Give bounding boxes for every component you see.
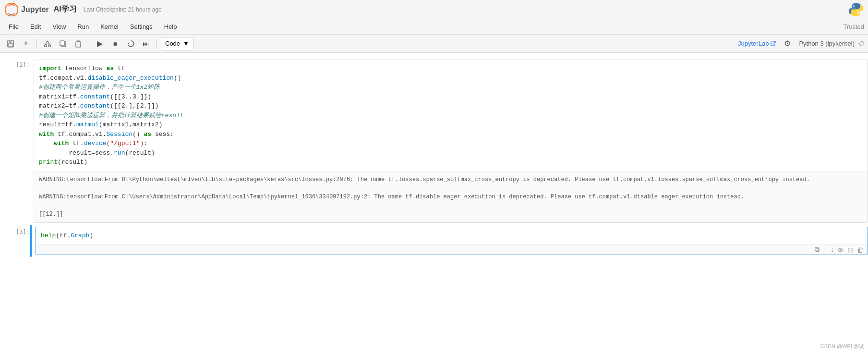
cell-3-input[interactable]: help(tf.Graph) (36, 227, 868, 244)
svg-point-2 (857, 12, 859, 14)
python-logo (849, 2, 863, 17)
active-cell-indicator (30, 225, 32, 257)
output-copy-button[interactable]: ⧉ (815, 245, 820, 254)
svg-point-7 (48, 44, 51, 47)
save-button[interactable] (4, 37, 17, 50)
menu-bar: File Edit View Run Kernel Settings Help … (0, 19, 868, 35)
toolbar: + ▶ ■ ⏭ Code ▼ JupyterL (0, 35, 868, 53)
svg-line-8 (46, 41, 48, 45)
menu-edit[interactable]: Edit (25, 22, 46, 32)
svg-point-0 (5, 3, 18, 16)
cell-3-number: [3]: (16, 229, 30, 235)
notebook-title[interactable]: AI学习 (54, 4, 77, 14)
add-cell-button[interactable]: + (19, 37, 33, 50)
copy-button[interactable] (56, 37, 70, 50)
svg-marker-13 (128, 43, 129, 45)
output-split-button[interactable]: ⊟ (847, 246, 853, 254)
restart-button[interactable] (124, 37, 137, 50)
output-delete-button[interactable]: 🗑 (857, 246, 864, 254)
cut-button[interactable] (41, 37, 54, 50)
paste-button[interactable] (72, 37, 85, 50)
toolbar-separator-2 (89, 39, 89, 49)
output-move-up-button[interactable]: ↑ (823, 246, 827, 254)
jupyter-text: Jupyter (21, 5, 49, 14)
fast-forward-button[interactable]: ⏭ (139, 37, 153, 50)
cell-2-output: WARNING:tensorflow:From D:\Python\weltes… (34, 171, 868, 222)
run-button[interactable]: ▶ (93, 37, 107, 50)
copy-icon (59, 40, 67, 48)
toolbar-separator-3 (157, 39, 157, 49)
kernel-name: Python 3 (ipykernel) (799, 40, 855, 47)
cell-2: [2]: import tensorflow as tf tf.compat.v… (0, 58, 868, 225)
kernel-status-circle (859, 41, 864, 46)
cell-2-body[interactable]: import tensorflow as tf tf.compat.v1.dis… (34, 60, 868, 223)
svg-rect-4 (9, 40, 12, 43)
jupyterlab-label: JupyterLab (738, 40, 769, 47)
cell-2-number-area: [2]: (0, 60, 34, 68)
kernel-info: JupyterLab ⚙ Python 3 (ipykernel) (738, 37, 864, 50)
kernel-settings-button[interactable]: ⚙ (781, 37, 794, 50)
cell-type-label: Code (165, 40, 180, 47)
cell-3-number-area: [3]: (0, 227, 34, 235)
svg-line-9 (48, 41, 49, 45)
stop-button[interactable]: ■ (108, 37, 122, 50)
chevron-down-icon: ▼ (183, 40, 189, 47)
cell-2-input[interactable]: import tensorflow as tf tf.compat.v1.dis… (34, 60, 868, 171)
cut-icon (44, 40, 51, 48)
toolbar-separator-1 (36, 39, 37, 49)
svg-rect-12 (76, 42, 81, 47)
jupyter-logo: Jupyter (5, 3, 49, 16)
svg-rect-5 (8, 44, 13, 46)
checkpoint-info: Last Checkpoint: 21 hours ago (84, 6, 162, 13)
notebook: [2]: import tensorflow as tf tf.compat.v… (0, 53, 868, 354)
paste-icon (74, 40, 82, 48)
jupyter-icon (5, 3, 18, 16)
svg-point-1 (853, 5, 855, 7)
output-move-down-button[interactable]: ↓ (831, 246, 834, 254)
menu-view[interactable]: View (48, 22, 71, 32)
cell-3: [3]: help(tf.Graph) ⧉ ↑ ↓ ⊕ ⊟ 🗑 (0, 225, 868, 257)
restart-icon (127, 40, 134, 48)
menu-help[interactable]: Help (159, 22, 182, 32)
top-bar: Jupyter AI学习 Last Checkpoint: 21 hours a… (0, 0, 868, 19)
menu-settings[interactable]: Settings (125, 22, 157, 32)
save-icon (7, 40, 14, 48)
menu-file[interactable]: File (4, 22, 24, 32)
svg-rect-11 (60, 41, 64, 46)
cell-3-body[interactable]: help(tf.Graph) ⧉ ↑ ↓ ⊕ ⊟ 🗑 (36, 227, 868, 256)
output-add-button[interactable]: ⊕ (838, 246, 844, 254)
cell-2-number: [2]: (16, 61, 30, 68)
menu-kernel[interactable]: Kernel (96, 22, 123, 32)
external-link-icon (770, 41, 776, 47)
menu-run[interactable]: Run (72, 22, 94, 32)
trusted-badge: Trusted (843, 23, 864, 30)
cell-type-dropdown[interactable]: Code ▼ (161, 37, 193, 50)
svg-point-6 (45, 44, 47, 47)
cell-3-output-toolbar: ⧉ ↑ ↓ ⊕ ⊟ 🗑 (36, 244, 868, 255)
watermark: CSDN @WEL测试 (820, 343, 864, 350)
jupyterlab-link[interactable]: JupyterLab (738, 40, 776, 47)
